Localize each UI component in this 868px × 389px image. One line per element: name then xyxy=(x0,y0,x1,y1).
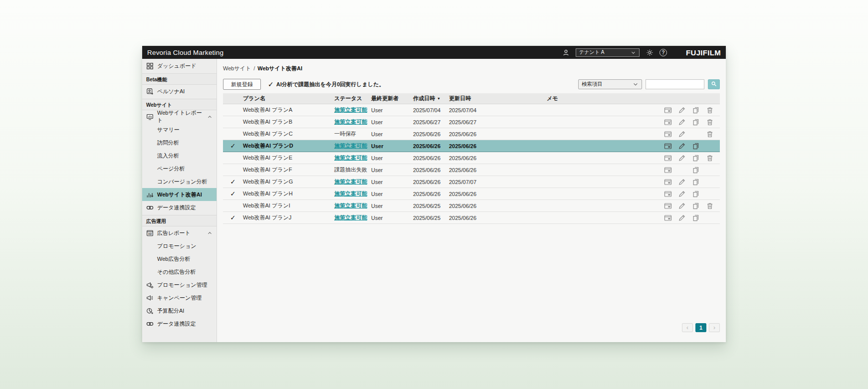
delete-icon[interactable] xyxy=(706,202,714,210)
row-actions xyxy=(664,118,720,126)
edit-icon[interactable] xyxy=(678,130,686,138)
sidebar-item-visit-analysis[interactable]: 訪問分析 xyxy=(142,136,217,149)
sidebar-item-ad-data-integration[interactable]: データ連携設定 xyxy=(142,317,217,330)
copy-icon[interactable] xyxy=(692,106,700,114)
copy-icon[interactable] xyxy=(692,178,700,186)
sidebar-item-promotion-management[interactable]: プロモーション管理 xyxy=(142,278,217,291)
copy-icon[interactable] xyxy=(692,118,700,126)
status-link[interactable]: 施策立案可能 xyxy=(334,191,367,196)
page-1-button[interactable]: 1 xyxy=(695,323,706,332)
table-row-2[interactable]: Web改善AI プランB 施策立案可能 User 2025/06/27 2025… xyxy=(223,116,720,128)
report-icon[interactable] xyxy=(664,214,672,222)
table-row-1[interactable]: Web改善AI プランA 施策立案可能 User 2025/07/04 2025… xyxy=(223,104,720,116)
sidebar-item-summary[interactable]: サマリー xyxy=(142,123,217,136)
tenant-select[interactable]: テナント A xyxy=(576,48,640,57)
sidebar-section-ad-operation: 広告運用 xyxy=(142,215,217,226)
plan-name: Web改善AI プランB xyxy=(243,118,334,126)
column-header-memo[interactable]: メモ xyxy=(547,95,664,102)
table-row-9[interactable]: Web改善AI プランI 施策立案可能 User 2025/06/25 2025… xyxy=(223,200,720,212)
sidebar-item-website-report[interactable]: Webサイトレポート xyxy=(142,110,217,123)
report-icon[interactable] xyxy=(664,166,672,174)
row-actions xyxy=(664,154,720,162)
copy-icon[interactable] xyxy=(692,190,700,198)
table-row-5[interactable]: Web改善AI プランE 施策立案可能 User 2025/06/26 2025… xyxy=(223,152,720,164)
column-header-last-updater[interactable]: 最終更新者 xyxy=(371,95,413,102)
search-cluster: 検索項目 xyxy=(578,79,720,89)
status-link[interactable]: 施策立案可能 xyxy=(334,214,367,220)
sidebar-item-inflow-analysis[interactable]: 流入分析 xyxy=(142,149,217,162)
new-registration-button[interactable]: 新規登録 xyxy=(223,79,261,90)
report-icon[interactable] xyxy=(664,178,672,186)
sidebar-item-budget-allocation-ai[interactable]: 予算配分AI xyxy=(142,304,217,317)
last-updater: User xyxy=(371,167,413,173)
delete-icon[interactable] xyxy=(706,154,714,162)
table-row-10[interactable]: Web改善AI プランJ 施策立案可能 User 2025/06/25 2025… xyxy=(223,212,720,224)
edit-icon[interactable] xyxy=(678,118,686,126)
search-field-select[interactable]: 検索項目 xyxy=(578,79,642,89)
status-link[interactable]: 施策立案可能 xyxy=(334,119,367,125)
breadcrumb-parent[interactable]: Webサイト xyxy=(223,65,251,71)
user-icon[interactable] xyxy=(562,48,570,56)
report-icon[interactable] xyxy=(664,202,672,210)
copy-icon[interactable] xyxy=(692,202,700,210)
copy-icon[interactable] xyxy=(692,142,700,150)
delete-icon[interactable] xyxy=(706,106,714,114)
report-icon[interactable] xyxy=(664,154,672,162)
report-icon[interactable] xyxy=(664,130,672,138)
sidebar-item-ad-report[interactable]: AD 広告レポート xyxy=(142,226,217,239)
status-link[interactable]: 施策立案可能 xyxy=(334,155,367,161)
table-row-7[interactable]: Web改善AI プランG 施策立案可能 User 2025/06/26 2025… xyxy=(223,176,720,188)
sidebar-item-website-improve-ai[interactable]: Webサイト改善AI xyxy=(142,188,217,201)
column-header-status[interactable]: ステータス xyxy=(334,95,371,102)
copy-icon[interactable] xyxy=(692,166,700,174)
help-icon[interactable] xyxy=(659,49,667,56)
edit-icon[interactable] xyxy=(678,214,686,222)
edit-icon[interactable] xyxy=(678,190,686,198)
report-icon[interactable] xyxy=(664,118,672,126)
copy-icon[interactable] xyxy=(692,154,700,162)
ad-report-icon: AD xyxy=(146,229,154,237)
chevron-up-icon[interactable] xyxy=(207,230,213,236)
report-icon[interactable] xyxy=(664,142,672,150)
gear-icon[interactable] xyxy=(646,48,653,56)
edit-icon[interactable] xyxy=(678,202,686,210)
sort-desc-icon xyxy=(437,97,440,100)
topbar: Revoria Cloud Marketing テナント A FUJIFILM xyxy=(142,46,726,59)
sidebar-item-dashboard[interactable]: ダッシュボード xyxy=(142,59,217,72)
prev-page-button[interactable]: ‹ xyxy=(682,323,693,332)
report-icon[interactable] xyxy=(664,106,672,114)
table-row-6[interactable]: Web改善AI プランF 課題抽出失敗 User 2025/06/26 2025… xyxy=(223,164,720,176)
sidebar-item-page-analysis[interactable]: ページ分析 xyxy=(142,162,217,175)
next-page-button[interactable]: › xyxy=(709,323,720,332)
sidebar-item-campaign-management[interactable]: キャンペーン管理 xyxy=(142,291,217,304)
edit-icon[interactable] xyxy=(678,154,686,162)
status-link[interactable]: 施策立案可能 xyxy=(334,179,367,185)
search-input[interactable] xyxy=(646,79,704,89)
chevron-up-icon[interactable] xyxy=(207,114,213,120)
table-row-3[interactable]: Web改善AI プランC 一時保存 User 2025/06/26 2025/0… xyxy=(223,128,720,140)
last-updater: User xyxy=(371,119,413,125)
delete-icon[interactable] xyxy=(706,130,714,138)
status-link[interactable]: 施策立案可能 xyxy=(334,202,367,208)
table-row-4[interactable]: Web改善AI プランD 施策立案可能 User 2025/06/26 2025… xyxy=(223,140,720,152)
sidebar-item-promotion[interactable]: プロモーション xyxy=(142,239,217,252)
edit-icon[interactable] xyxy=(678,178,686,186)
status-link[interactable]: 施策立案可能 xyxy=(334,107,367,113)
delete-icon[interactable] xyxy=(706,118,714,126)
sidebar-item-other-ad-analysis[interactable]: その他広告分析 xyxy=(142,265,217,278)
edit-icon[interactable] xyxy=(678,142,686,150)
column-header-plan-name[interactable]: プラン名 xyxy=(243,95,334,102)
sidebar-item-data-integration[interactable]: データ連携設定 xyxy=(142,201,217,214)
sidebar-item-web-ad-analysis[interactable]: Web広告分析 xyxy=(142,252,217,265)
sidebar-item-conversion-analysis[interactable]: コンバージョン分析 xyxy=(142,175,217,188)
column-header-updated[interactable]: 更新日時 xyxy=(449,95,547,102)
website-report-icon xyxy=(146,113,154,121)
status-link[interactable]: 施策立案可能 xyxy=(334,143,367,149)
table-row-8[interactable]: Web改善AI プランH 施策立案可能 User 2025/06/26 2025… xyxy=(223,188,720,200)
sidebar-item-persona-ai[interactable]: ペルソナAI xyxy=(142,85,217,98)
report-icon[interactable] xyxy=(664,190,672,198)
column-header-created[interactable]: 作成日時 xyxy=(413,95,449,102)
copy-icon[interactable] xyxy=(692,214,700,222)
edit-icon[interactable] xyxy=(678,106,686,114)
search-button[interactable] xyxy=(708,79,720,89)
